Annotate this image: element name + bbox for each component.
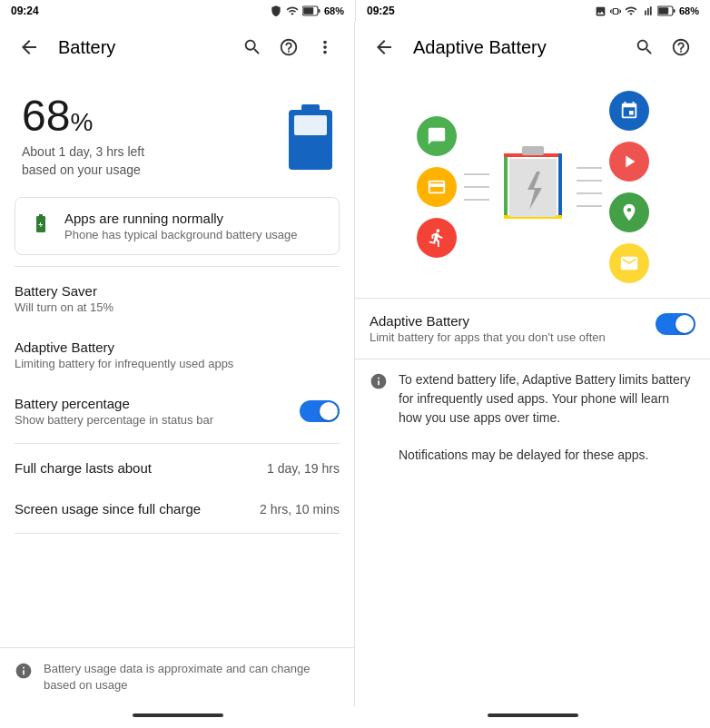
left-help-button[interactable] — [274, 33, 303, 62]
svg-rect-8 — [294, 115, 327, 135]
adaptive-battery-toggle[interactable] — [656, 313, 695, 335]
battery-ok-icon — [30, 212, 52, 240]
connector-line-4 — [577, 167, 602, 169]
svg-rect-5 — [658, 7, 668, 15]
divider-2 — [15, 443, 340, 444]
status-card-text: Apps are running normally Phone has typi… — [64, 211, 298, 241]
connector-line-1 — [464, 173, 489, 175]
connector-line-6 — [577, 192, 602, 194]
screen-usage-content: Screen usage since full charge — [15, 501, 201, 516]
battery-status-icon — [302, 5, 320, 16]
svg-rect-1 — [318, 9, 320, 13]
adaptive-battery-sub: Limiting battery for infrequently used a… — [15, 357, 233, 370]
adaptive-battery-item[interactable]: Adaptive Battery Limiting battery for in… — [0, 327, 354, 383]
battery-subtitle: About 1 day, 3 hrs left based on your us… — [22, 143, 267, 179]
svg-rect-2 — [303, 7, 313, 15]
right-app-icons — [609, 91, 649, 283]
connector-line-7 — [577, 205, 602, 207]
central-battery-svg — [497, 137, 569, 237]
battery-info: 68% About 1 day, 3 hrs left based on you… — [22, 94, 267, 179]
adaptive-battery-title: Adaptive Battery — [15, 339, 233, 355]
right-nav-pill — [488, 713, 578, 717]
wifi-icon — [625, 5, 637, 17]
adaptive-battery-setting[interactable]: Adaptive Battery Limit battery for apps … — [355, 299, 710, 359]
battery-percentage-item[interactable]: Battery percentage Show battery percenta… — [0, 383, 354, 439]
right-app-bar-icons — [630, 33, 695, 62]
right-status-bar: 09:25 68% — [355, 0, 710, 22]
full-charge-item: Full charge lasts about 1 day, 19 hrs — [0, 448, 354, 488]
left-status-icons: 68% — [270, 5, 344, 17]
left-connectors — [464, 173, 489, 201]
notification-icon — [595, 5, 606, 17]
vibrate-icon — [610, 5, 621, 17]
battery-saver-sub: Will turn on at 15% — [15, 300, 113, 314]
status-card-title: Apps are running normally — [64, 211, 298, 226]
dnd-icon — [270, 5, 282, 17]
right-signal-icon — [641, 5, 654, 17]
info-circle-icon — [370, 372, 388, 395]
left-back-button[interactable] — [15, 33, 44, 62]
right-search-button[interactable] — [630, 33, 659, 62]
battery-percentage-toggle[interactable] — [300, 400, 340, 422]
left-more-button[interactable] — [311, 33, 340, 62]
left-status-bar: 09:24 68% — [0, 0, 355, 22]
status-card-subtitle: Phone has typical background battery usa… — [64, 228, 298, 241]
left-search-button[interactable] — [238, 33, 267, 62]
battery-saver-content: Battery Saver Will turn on at 15% — [15, 283, 113, 314]
svg-rect-4 — [673, 9, 675, 13]
screen-usage-value: 2 hrs, 10 mins — [260, 502, 340, 516]
left-app-bar-icons — [238, 33, 340, 62]
battery-percentage-sub: Show battery percentage in status bar — [15, 413, 213, 427]
fitness-app-icon — [417, 218, 457, 258]
battery-percentage-content: Battery percentage Show battery percenta… — [15, 396, 213, 427]
battery-percentage-display: 68% — [22, 94, 267, 138]
svg-rect-7 — [301, 104, 320, 112]
full-charge-content: Full charge lasts about — [15, 460, 152, 476]
right-back-button[interactable] — [370, 33, 399, 62]
left-panel-title: Battery — [58, 37, 223, 58]
adaptive-setting-text: Adaptive Battery Limit battery for apps … — [370, 313, 606, 344]
calendar-app-icon — [609, 91, 649, 131]
signal-icon — [286, 5, 299, 17]
left-app-bar: Battery — [0, 22, 354, 73]
screen-usage-title: Screen usage since full charge — [15, 501, 201, 516]
maps-app-icon — [609, 192, 649, 232]
screen-usage-item: Screen usage since full charge 2 hrs, 10… — [0, 488, 354, 529]
adaptive-info-text: To extend battery life, Adaptive Battery… — [399, 370, 695, 428]
right-help-button[interactable] — [666, 33, 695, 62]
battery-footer-text: Battery usage data is approximate and ca… — [44, 661, 340, 694]
right-status-icons: 68% — [595, 5, 699, 17]
email-app-icon — [609, 243, 649, 283]
connector-line-2 — [464, 186, 489, 188]
battery-saver-title: Battery Saver — [15, 283, 113, 299]
connector-line-5 — [577, 180, 602, 182]
chat-app-icon — [417, 116, 457, 156]
wallet-app-icon — [417, 167, 457, 207]
full-charge-title: Full charge lasts about — [15, 460, 152, 476]
right-app-bar: Adaptive Battery — [355, 22, 710, 73]
svg-rect-11 — [558, 153, 562, 219]
svg-rect-9 — [504, 153, 508, 219]
battery-large-icon — [285, 101, 336, 173]
svg-rect-13 — [522, 146, 544, 155]
apps-status-card[interactable]: Apps are running normally Phone has typi… — [15, 197, 340, 255]
video-app-icon — [609, 142, 649, 182]
battery-percentage-title: Battery percentage — [15, 396, 213, 411]
battery-icon — [281, 101, 340, 173]
battery-header: 68% About 1 day, 3 hrs left based on you… — [0, 73, 354, 197]
right-connectors — [577, 167, 602, 207]
adaptive-battery-content: Adaptive Battery Limiting battery for in… — [15, 339, 233, 370]
right-battery-pct: 68% — [679, 5, 699, 16]
central-battery-icon — [497, 142, 569, 232]
adaptive-note-text: Notifications may be delayed for these a… — [355, 438, 710, 479]
left-battery-pct: 68% — [324, 5, 344, 16]
battery-saver-item[interactable]: Battery Saver Will turn on at 15% — [0, 271, 354, 327]
full-charge-value: 1 day, 19 hrs — [267, 461, 340, 476]
divider-1 — [15, 266, 340, 267]
bottom-bar — [0, 706, 710, 728]
right-panel-title: Adaptive Battery — [413, 37, 616, 58]
adaptive-setting-title: Adaptive Battery — [370, 313, 606, 329]
left-nav-pill — [133, 713, 223, 717]
info-icon-left — [15, 662, 33, 684]
adaptive-illustration — [355, 73, 710, 298]
